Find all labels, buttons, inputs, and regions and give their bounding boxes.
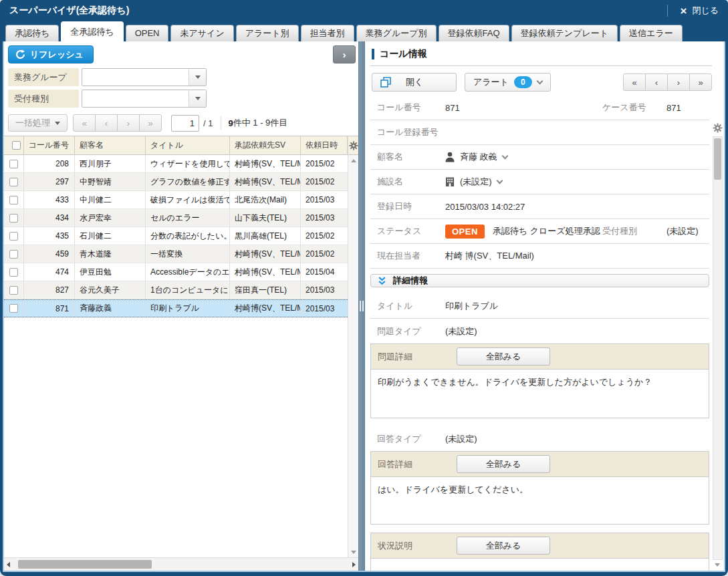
table-row[interactable]: 433 中川健二 破損ファイルは復活できま 北尾浩次(Mail) 2015/03	[4, 191, 348, 209]
tab-send-error[interactable]: 送信エラー	[620, 25, 683, 41]
see-all-answer-button[interactable]: 全部みる	[457, 455, 550, 473]
row-checkbox[interactable]	[9, 196, 18, 204]
column-settings-button[interactable]	[348, 136, 358, 155]
row-checkbox[interactable]	[9, 286, 18, 295]
field-row-assignee: 現在担当者 村崎 博(SV、TEL/Mail)	[370, 244, 709, 269]
table-row[interactable]: 297 中野智靖 グラフの数値を修正する 村崎博(SV、TEL/Ma 2015/…	[4, 173, 348, 191]
situation-text	[371, 559, 709, 571]
horizontal-scroll-thumb[interactable]	[18, 560, 152, 569]
tab-all-pending-approval[interactable]: 全承認待ち	[61, 21, 123, 41]
title-value: 印刷トラブル	[445, 300, 498, 312]
prev-record-button[interactable]: ‹	[645, 74, 668, 91]
table-horizontal-scrollbar[interactable]	[4, 557, 358, 571]
row-checkbox[interactable]	[9, 304, 18, 313]
first-record-button[interactable]: «	[623, 74, 646, 91]
tab-unassigned[interactable]: 未アサイン	[170, 25, 233, 41]
row-checkbox[interactable]	[9, 160, 18, 168]
scroll-track[interactable]	[348, 166, 358, 547]
tab-pending-approval[interactable]: 承認待ち	[5, 25, 59, 41]
see-all-situation-button[interactable]: 全部みる	[457, 537, 550, 555]
table-vertical-scrollbar[interactable]	[348, 136, 358, 557]
record-nav: « ‹ › »	[623, 74, 712, 91]
titlebar-divider	[667, 5, 668, 17]
table-row-selected[interactable]: 871 斉藤政義 印刷トラブル 村崎博(SV、TEL/Ma 2015/03	[4, 299, 348, 317]
select-all-checkbox[interactable]	[12, 141, 21, 150]
panel-splitter[interactable]	[358, 41, 365, 571]
row-checkbox[interactable]	[9, 214, 18, 223]
col-customer[interactable]: 顧客名	[75, 136, 146, 154]
col-request-date[interactable]: 依頼日時	[301, 136, 348, 154]
open-call-button[interactable]: 開く	[372, 73, 457, 92]
customer-name-link[interactable]: 斉藤 政義	[460, 151, 497, 163]
page-number-input[interactable]	[171, 115, 199, 132]
col-approval-sv[interactable]: 承認依頼先SV	[230, 136, 301, 154]
cell-request-date: 2015/03	[301, 191, 348, 208]
cell-call-number: 434	[24, 209, 75, 227]
row-checkbox[interactable]	[9, 232, 18, 241]
row-checkbox[interactable]	[9, 268, 18, 277]
next-page-button[interactable]: ›	[117, 114, 140, 132]
table-row[interactable]: 208 西川朋子 ウィザードを使用して選択 村崎博(SV、TEL/Ma 2015…	[4, 155, 348, 173]
cell-title: Accessibleデータのエクス	[146, 263, 230, 281]
col-title[interactable]: タイトル	[146, 136, 230, 154]
chevron-down-icon	[195, 76, 201, 79]
detail-info-toggle[interactable]: 詳細情報	[370, 274, 709, 287]
table-row[interactable]: 459 青木道隆 一括変換 村崎博(SV、TEL/Ma 2015/02	[4, 245, 348, 263]
detail-settings-button[interactable]	[713, 123, 723, 135]
cell-call-number: 827	[24, 281, 75, 299]
chevron-down-icon	[536, 78, 543, 84]
field-row-customer: 顧客名 斉藤 政義	[370, 145, 709, 170]
cell-call-number: 297	[24, 173, 75, 190]
chevron-down-icon[interactable]	[496, 177, 503, 184]
combo-arrow-button[interactable]	[189, 69, 206, 86]
cell-title: ウィザードを使用して選択	[146, 155, 230, 172]
scroll-up-button[interactable]	[348, 155, 358, 166]
tab-registration-request-template[interactable]: 登録依頼テンプレート	[511, 25, 618, 41]
scroll-down-button[interactable]	[715, 560, 720, 569]
scroll-left-button[interactable]	[7, 562, 10, 567]
cell-title: 分数の表記がしたい。	[146, 227, 230, 245]
cell-title: 破損ファイルは復活できま	[146, 191, 230, 208]
cell-call-number: 474	[24, 263, 75, 281]
reception-type-select[interactable]	[82, 90, 207, 108]
facility-name-link[interactable]: (未設定)	[460, 176, 492, 188]
tab-by-assignee[interactable]: 担当者別	[301, 25, 354, 41]
refresh-icon	[15, 49, 25, 59]
prev-page-button[interactable]: ‹	[95, 114, 118, 132]
next-record-button[interactable]: ›	[667, 74, 690, 91]
tab-open[interactable]: OPEN	[126, 25, 169, 41]
splitter-grip-icon	[360, 301, 364, 311]
refresh-button[interactable]: リフレッシュ	[8, 45, 94, 63]
collapse-panel-button[interactable]: ›	[333, 45, 356, 63]
table-row[interactable]: 827 谷元久美子 1台のコンピュータに Win 窪田真一(TEL) 2015/…	[4, 281, 348, 299]
double-chevron-down-icon	[378, 277, 386, 285]
tab-registration-request-faq[interactable]: 登録依頼FAQ	[439, 25, 509, 41]
assignee-value: 村崎 博(SV、TEL/Mail)	[445, 250, 534, 262]
business-group-select[interactable]	[82, 68, 207, 86]
table-row[interactable]: 474 伊豆田勉 Accessibleデータのエクス 村崎博(SV、TEL/Ma…	[4, 263, 348, 281]
close-button[interactable]: × 閉じる	[667, 5, 719, 17]
cell-call-number: 435	[24, 227, 75, 245]
col-call-number[interactable]: コール番号	[24, 136, 75, 154]
bulk-action-button[interactable]: 一括処理	[8, 114, 68, 132]
cell-request-date: 2015/04	[301, 263, 348, 281]
tab-by-business-group[interactable]: 業務グループ別	[356, 25, 437, 41]
scroll-right-button[interactable]	[352, 562, 356, 567]
table-row[interactable]: 434 水戸宏幸 セルのエラー 山下義夫(TEL) 2015/03	[4, 209, 348, 227]
combo-arrow-button[interactable]	[189, 90, 206, 107]
detail-fields: タイトル 印刷トラブル 問題タイプ (未設定)	[370, 294, 709, 343]
call-list-panel: リフレッシュ › 業務グループ 受付種別	[4, 41, 358, 571]
last-record-button[interactable]: »	[689, 74, 712, 91]
row-checkbox[interactable]	[9, 250, 18, 259]
last-page-button[interactable]: »	[139, 114, 162, 132]
vertical-scroll-thumb[interactable]	[714, 138, 721, 180]
table-row[interactable]: 435 石川健二 分数の表記がしたい。 黒川高雄(TEL) 2015/02	[4, 227, 348, 245]
chevron-down-icon[interactable]	[501, 152, 508, 159]
tab-by-alert[interactable]: アラート別	[236, 25, 299, 41]
see-all-problem-button[interactable]: 全部みる	[457, 347, 550, 366]
alert-dropdown-button[interactable]: アラート 0	[465, 73, 551, 92]
row-checkbox[interactable]	[9, 178, 18, 186]
first-page-button[interactable]: «	[73, 114, 96, 132]
scroll-down-button[interactable]	[348, 547, 358, 557]
detail-vertical-scrollbar[interactable]	[713, 136, 723, 560]
